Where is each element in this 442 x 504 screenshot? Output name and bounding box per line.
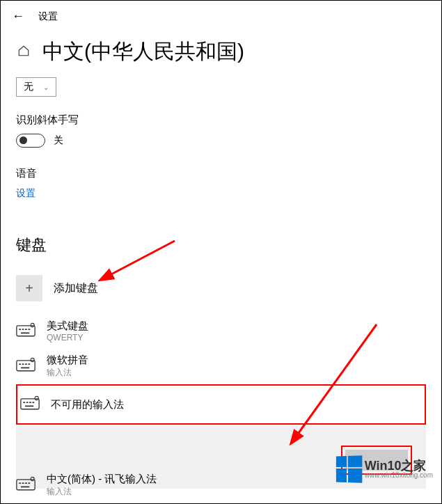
keyboard-name: 中文(简体) - 讯飞输入法 xyxy=(47,473,157,486)
svg-rect-17 xyxy=(26,402,29,403)
svg-rect-6 xyxy=(21,332,29,333)
svg-rect-25 xyxy=(25,482,27,484)
svg-rect-19 xyxy=(33,402,35,403)
keyboard-item[interactable]: 微软拼音 输入法 xyxy=(16,348,426,384)
svg-point-22 xyxy=(31,477,34,480)
svg-rect-27 xyxy=(21,487,29,488)
add-keyboard-label: 添加键盘 xyxy=(54,281,98,296)
keyboard-sub: 输入法 xyxy=(47,367,88,379)
svg-rect-3 xyxy=(22,329,24,330)
keyboard-icon xyxy=(16,357,35,375)
keyboard-sub: 输入法 xyxy=(47,486,157,498)
svg-rect-5 xyxy=(29,329,31,330)
svg-rect-23 xyxy=(19,482,21,484)
keyboard-icon xyxy=(16,476,35,494)
dropdown-value: 无 xyxy=(24,81,33,93)
svg-rect-16 xyxy=(23,402,25,403)
keyboard-icon xyxy=(20,395,40,414)
handwriting-label: 识别斜体手写 xyxy=(16,113,426,127)
language-dropdown[interactable]: 无 ⌄ xyxy=(16,77,56,97)
plus-icon: + xyxy=(16,275,42,301)
svg-point-1 xyxy=(31,323,34,326)
svg-point-15 xyxy=(35,396,38,400)
keyboard-item[interactable]: 中文(简体) - 讯飞输入法 输入法 xyxy=(16,473,157,498)
watermark: Win10之家 www.win10xitong.com xyxy=(336,456,433,482)
svg-rect-18 xyxy=(29,402,31,403)
handwriting-toggle[interactable] xyxy=(16,134,45,148)
keyboard-item[interactable]: 美式键盘 QWERTY xyxy=(16,314,426,348)
keyboard-item-selected[interactable]: 不可用的输入法 xyxy=(16,384,426,425)
svg-rect-20 xyxy=(25,406,33,407)
svg-rect-11 xyxy=(25,363,27,365)
svg-rect-10 xyxy=(22,363,24,365)
chevron-down-icon: ⌄ xyxy=(43,84,49,91)
speech-label: 语音 xyxy=(16,167,426,180)
keyboard-icon xyxy=(16,322,35,340)
toggle-state: 关 xyxy=(54,134,63,147)
svg-rect-12 xyxy=(29,363,31,365)
svg-rect-9 xyxy=(19,363,21,365)
svg-rect-24 xyxy=(22,482,24,484)
header-title: 设置 xyxy=(38,10,58,23)
keyboard-name: 不可用的输入法 xyxy=(51,398,124,411)
svg-rect-4 xyxy=(25,329,27,330)
keyboard-name: 美式键盘 xyxy=(47,320,88,333)
keyboard-name: 微软拼音 xyxy=(47,354,88,367)
svg-rect-26 xyxy=(29,482,31,484)
windows-logo-icon xyxy=(336,455,362,482)
back-button[interactable]: ← xyxy=(12,9,24,24)
watermark-title: Win10之家 xyxy=(365,459,433,472)
add-keyboard-button[interactable]: + 添加键盘 xyxy=(16,275,426,301)
page-title: 中文(中华人民共和国) xyxy=(42,38,244,66)
watermark-url: www.win10xitong.com xyxy=(365,472,433,479)
keyboard-sub: QWERTY xyxy=(47,333,88,342)
home-icon[interactable] xyxy=(17,45,30,60)
svg-point-8 xyxy=(31,358,34,361)
svg-rect-2 xyxy=(19,329,21,330)
svg-rect-13 xyxy=(21,368,29,369)
speech-settings-link[interactable]: 设置 xyxy=(16,187,426,200)
keyboards-heading: 键盘 xyxy=(16,235,426,255)
